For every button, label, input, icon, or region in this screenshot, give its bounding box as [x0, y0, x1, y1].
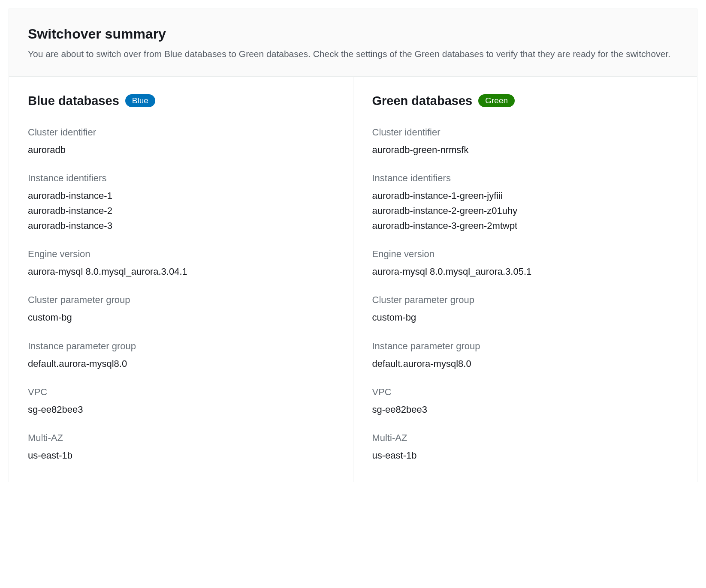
header-section: Switchover summary You are about to swit…	[9, 9, 697, 77]
green-cluster-parameter-group: Cluster parameter group custom-bg	[372, 294, 679, 325]
green-databases-column: Green databases Green Cluster identifier…	[353, 77, 697, 482]
green-instance-identifiers-value: auroradb-instance-1-green-jyfiii aurorad…	[372, 188, 679, 234]
cluster-parameter-group-label: Cluster parameter group	[28, 294, 334, 306]
blue-vpc-group: VPC sg-ee82bee3	[28, 387, 334, 417]
green-multi-az-value: us-east-1b	[372, 448, 679, 463]
blue-cluster-identifier-group: Cluster identifier auroradb	[28, 127, 334, 157]
blue-instance-value: auroradb-instance-2	[28, 203, 334, 218]
blue-cluster-identifier-value: auroradb	[28, 142, 334, 157]
blue-instance-value: auroradb-instance-1	[28, 188, 334, 203]
blue-vpc-value: sg-ee82bee3	[28, 402, 334, 417]
multi-az-label: Multi-AZ	[372, 432, 679, 444]
green-instance-parameter-group: Instance parameter group default.aurora-…	[372, 341, 679, 371]
green-cluster-parameter-value: custom-bg	[372, 310, 679, 325]
blue-column-title: Blue databases	[28, 94, 119, 108]
instance-identifiers-label: Instance identifiers	[372, 173, 679, 184]
green-cluster-identifier-group: Cluster identifier auroradb-green-nrmsfk	[372, 127, 679, 157]
blue-cluster-parameter-group: Cluster parameter group custom-bg	[28, 294, 334, 325]
blue-cluster-parameter-value: custom-bg	[28, 310, 334, 325]
vpc-label: VPC	[372, 387, 679, 398]
green-engine-version-value: aurora-mysql 8.0.mysql_aurora.3.05.1	[372, 264, 679, 279]
green-multi-az-group: Multi-AZ us-east-1b	[372, 432, 679, 463]
blue-instance-parameter-value: default.aurora-mysql8.0	[28, 356, 334, 371]
blue-engine-version-group: Engine version aurora-mysql 8.0.mysql_au…	[28, 249, 334, 279]
blue-engine-version-value: aurora-mysql 8.0.mysql_aurora.3.04.1	[28, 264, 334, 279]
green-engine-version-group: Engine version aurora-mysql 8.0.mysql_au…	[372, 249, 679, 279]
blue-instance-identifiers-group: Instance identifiers auroradb-instance-1…	[28, 173, 334, 234]
green-instance-identifiers-group: Instance identifiers auroradb-instance-1…	[372, 173, 679, 234]
engine-version-label: Engine version	[372, 249, 679, 260]
cluster-identifier-label: Cluster identifier	[28, 127, 334, 138]
vpc-label: VPC	[28, 387, 334, 398]
blue-badge: Blue	[125, 94, 155, 107]
green-instance-parameter-value: default.aurora-mysql8.0	[372, 356, 679, 371]
comparison-columns: Blue databases Blue Cluster identifier a…	[9, 77, 697, 482]
green-instance-value: auroradb-instance-3-green-2mtwpt	[372, 218, 679, 233]
blue-instance-parameter-group: Instance parameter group default.aurora-…	[28, 341, 334, 371]
green-column-title: Green databases	[372, 94, 473, 108]
green-vpc-group: VPC sg-ee82bee3	[372, 387, 679, 417]
engine-version-label: Engine version	[28, 249, 334, 260]
blue-databases-column: Blue databases Blue Cluster identifier a…	[9, 77, 353, 482]
blue-multi-az-value: us-east-1b	[28, 448, 334, 463]
green-instance-value: auroradb-instance-2-green-z01uhy	[372, 203, 679, 218]
page-subtitle: You are about to switch over from Blue d…	[28, 47, 678, 61]
multi-az-label: Multi-AZ	[28, 432, 334, 444]
cluster-parameter-group-label: Cluster parameter group	[372, 294, 679, 306]
switchover-summary-panel: Switchover summary You are about to swit…	[9, 9, 697, 482]
page-title: Switchover summary	[28, 26, 678, 42]
green-instance-value: auroradb-instance-1-green-jyfiii	[372, 188, 679, 203]
blue-instance-identifiers-value: auroradb-instance-1 auroradb-instance-2 …	[28, 188, 334, 234]
blue-column-header: Blue databases Blue	[28, 94, 334, 108]
instance-identifiers-label: Instance identifiers	[28, 173, 334, 184]
green-vpc-value: sg-ee82bee3	[372, 402, 679, 417]
cluster-identifier-label: Cluster identifier	[372, 127, 679, 138]
green-cluster-identifier-value: auroradb-green-nrmsfk	[372, 142, 679, 157]
blue-multi-az-group: Multi-AZ us-east-1b	[28, 432, 334, 463]
blue-instance-value: auroradb-instance-3	[28, 218, 334, 233]
green-badge: Green	[478, 94, 515, 107]
green-column-header: Green databases Green	[372, 94, 679, 108]
instance-parameter-group-label: Instance parameter group	[28, 341, 334, 352]
instance-parameter-group-label: Instance parameter group	[372, 341, 679, 352]
